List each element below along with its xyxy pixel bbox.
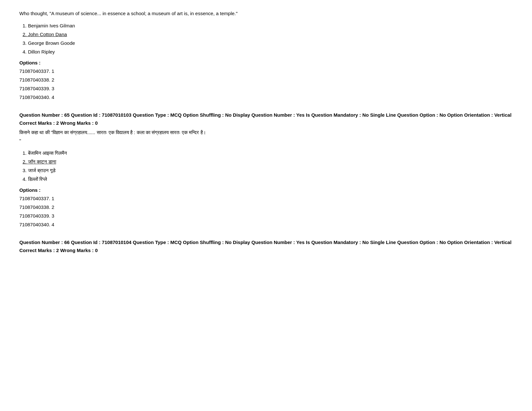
answer-option-65-2: 71087040338. 2	[19, 203, 513, 211]
option-65-4-text: डिल्लों रिप्ले	[28, 176, 47, 182]
question-64-options: 1. Benjamin Ives Gilman 2. John Cotton D…	[23, 21, 513, 56]
option-65-2-number: 2.	[23, 159, 28, 164]
answer-option-64-2: 71087040338. 2	[19, 75, 513, 84]
option-65-3-number: 3.	[23, 168, 28, 173]
question-65-body: किसने कहा था की "विज्ञान का संग्रहालय...…	[19, 128, 513, 145]
option-64-1: 1. Benjamin Ives Gilman	[23, 21, 513, 30]
question-65-marks: Correct Marks : 2 Wrong Marks : 0	[19, 120, 513, 126]
options-label-64: Options :	[19, 60, 513, 65]
question-65-meta-line1: Question Number : 65 Question Id : 71087…	[19, 111, 513, 119]
question-66-meta: Question Number : 66 Question Id : 71087…	[19, 239, 513, 253]
question-64-body: Who thought, "A museum of science... in …	[19, 10, 513, 17]
question-65-meta: Question Number : 65 Question Id : 71087…	[19, 111, 513, 126]
answer-option-65-4: 71087040340. 4	[19, 220, 513, 229]
answer-option-65-3: 71087040339. 3	[19, 211, 513, 220]
option-65-1: 1. बेंजामिन आइव्स गिलमैन	[23, 149, 513, 157]
question-65-options: 1. बेंजामिन आइव्स गिलमैन 2. जॉन काटन डान…	[23, 149, 513, 183]
question-64-text: Who thought, "A museum of science... in …	[19, 10, 513, 17]
option-64-3: 3. George Brown Goode	[23, 39, 513, 47]
option-64-3-number: 3.	[23, 40, 28, 46]
option-65-1-number: 1.	[23, 150, 28, 156]
option-65-4-number: 4.	[23, 176, 28, 182]
answer-option-64-4: 71087040340. 4	[19, 93, 513, 102]
option-64-4-text: Dillon Ripley	[28, 49, 55, 54]
option-65-4: 4. डिल्लों रिप्ले	[23, 175, 513, 183]
answer-options-65: 71087040337. 1 71087040338. 2 7108704033…	[19, 194, 513, 229]
option-64-2: 2. John Cotton Dana	[23, 30, 513, 39]
answer-option-64-3: 71087040339. 3	[19, 84, 513, 93]
option-64-4: 4. Dillon Ripley	[23, 47, 513, 56]
option-65-3: 3. जार्ज ब्राउन गूडे	[23, 166, 513, 175]
option-64-2-text: John Cotton Dana	[28, 32, 67, 37]
option-64-2-number: 2.	[23, 32, 28, 37]
options-label-65: Options :	[19, 187, 513, 193]
option-65-3-text: जार्ज ब्राउन गूडे	[28, 168, 55, 173]
question-65-hindi: किसने कहा था की "विज्ञान का संग्रहालय...…	[19, 128, 513, 145]
answer-options-64: 71087040337. 1 71087040338. 2 7108704033…	[19, 67, 513, 102]
answer-option-64-1: 71087040337. 1	[19, 67, 513, 75]
answer-option-65-1: 71087040337. 1	[19, 194, 513, 203]
option-64-4-number: 4.	[23, 49, 28, 54]
option-64-1-number: 1.	[23, 23, 28, 28]
option-65-1-text: बेंजामिन आइव्स गिलमैन	[28, 150, 67, 156]
option-65-2-text: जॉन काटन डाना	[28, 159, 56, 164]
option-64-3-text: George Brown Goode	[28, 40, 75, 46]
question-66-marks: Correct Marks : 2 Wrong Marks : 0	[19, 248, 513, 253]
option-65-2: 2. जॉन काटन डाना	[23, 157, 513, 166]
question-66-meta-line1: Question Number : 66 Question Id : 71087…	[19, 239, 513, 246]
option-64-1-text: Benjamin Ives Gilman	[28, 23, 75, 28]
